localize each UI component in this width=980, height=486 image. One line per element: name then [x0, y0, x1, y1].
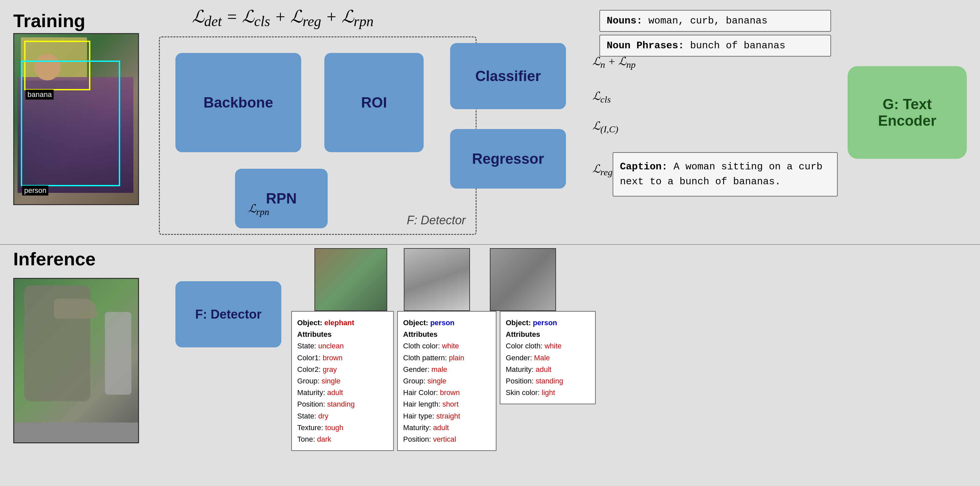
- loss-lrpn: ℒrpn: [248, 202, 269, 218]
- card2-attr-hairtype: Hair type: straight: [403, 410, 490, 422]
- card2-object-row: Object: person: [403, 317, 490, 329]
- card1-object-row: Object: elephant: [297, 317, 388, 329]
- inference-image: [13, 278, 139, 443]
- card2-attr-clothcolor: Cloth color: white: [403, 340, 490, 352]
- card3-attr-maturity: Maturity: adult: [506, 364, 590, 375]
- card3-attr-position: Position: standing: [506, 375, 590, 387]
- loss-lcls: ℒcls: [592, 89, 611, 105]
- formula: ℒdet = ℒcls + ℒreg + ℒrpn: [192, 6, 374, 29]
- card1-attr-texture: Texture: tough: [297, 422, 388, 434]
- nouns-value: woman, curb, bananas: [643, 15, 767, 27]
- loss-lreg: ℒreg: [592, 162, 612, 178]
- main-container: Training banana person: [0, 0, 980, 486]
- card3-attr-colorcloth: Color cloth: white: [506, 340, 590, 352]
- regressor-label: Regressor: [472, 151, 544, 167]
- text-encoder-top-label: G: Text Encoder: [878, 96, 936, 129]
- card2-attr-gender: Gender: male: [403, 364, 490, 375]
- noun-phrases-value: bunch of bananas: [684, 40, 785, 51]
- formula-text: ℒdet = ℒcls + ℒreg + ℒrpn: [192, 7, 374, 26]
- card1-attr-color2: Color2: gray: [297, 364, 388, 375]
- card2-attr-position: Position: vertical: [403, 434, 490, 445]
- card3-attrs-title: Attributes: [506, 329, 590, 340]
- f-detector-box: F: Detector: [175, 281, 281, 347]
- roi-box: ROI: [325, 53, 424, 152]
- thumb-person1: [404, 248, 470, 311]
- card1-attrs-title: Attributes: [297, 329, 388, 340]
- card2-attr-haircolor: Hair Color: brown: [403, 387, 490, 398]
- training-section: Training banana person: [0, 0, 980, 245]
- card2-attr-group: Group: single: [403, 375, 490, 387]
- text-encoder-top: G: Text Encoder: [848, 66, 967, 159]
- card2-attrs-title: Attributes: [403, 329, 490, 340]
- card2-object-label: Object:: [403, 319, 430, 327]
- backbone-label: Backbone: [204, 94, 273, 111]
- card3-attr-skincolor: Skin color: light: [506, 387, 590, 398]
- card1-attr-maturity: Maturity: adult: [297, 387, 388, 398]
- detection-card-elephant: Object: elephant Attributes State: uncle…: [291, 311, 394, 451]
- detection-card-person1: Object: person Attributes Cloth color: w…: [397, 311, 496, 451]
- detector-label: F: Detector: [407, 213, 466, 227]
- card2-attr-clothpattern: Cloth pattern: plain: [403, 352, 490, 364]
- card2-attr-maturity: Maturity: adult: [403, 422, 490, 434]
- nouns-box: Nouns: woman, curb, bananas: [600, 10, 831, 32]
- training-image: banana person: [13, 33, 139, 205]
- nouns-label: Nouns:: [607, 15, 643, 27]
- card3-object-row: Object: person: [506, 317, 590, 329]
- noun-phrases-box: Noun Phrases: bunch of bananas: [600, 35, 831, 57]
- backbone-box: Backbone: [175, 53, 301, 152]
- training-image-bg: banana person: [14, 34, 138, 204]
- inference-section: Inference F: Detector Object: elephant A…: [0, 245, 980, 486]
- card1-attr-group: Group: single: [297, 375, 388, 387]
- card3-object-label: Object:: [506, 319, 533, 327]
- card1-attr-state2: State: dry: [297, 410, 388, 422]
- card3-object-name: person: [533, 319, 557, 327]
- thumb-person2: [490, 248, 556, 311]
- caption-label: Caption:: [620, 161, 668, 172]
- thumb-elephant: [314, 248, 387, 311]
- inference-label: Inference: [13, 248, 95, 270]
- classifier-box: Classifier: [450, 43, 566, 109]
- card1-object-name: elephant: [325, 319, 354, 327]
- training-label: Training: [13, 10, 85, 32]
- card1-attr-state: State: unclean: [297, 340, 388, 352]
- roi-label: ROI: [361, 94, 387, 111]
- card2-object-name: person: [430, 319, 454, 327]
- regressor-box: Regressor: [450, 129, 566, 189]
- label-person: person: [22, 186, 48, 195]
- classifier-label: Classifier: [475, 68, 541, 84]
- card1-attr-color1: Color1: brown: [297, 352, 388, 364]
- card2-attr-hairlength: Hair length: short: [403, 398, 490, 410]
- bbox-person: person: [21, 60, 120, 186]
- caption-box: Caption: A woman sitting on a curb next …: [612, 152, 838, 197]
- rpn-label: RPN: [266, 190, 297, 207]
- card1-attr-position: Position: standing: [297, 398, 388, 410]
- noun-phrases-label: Noun Phrases:: [607, 40, 684, 51]
- loss-ln-lnp: ℒn + ℒnp: [592, 55, 635, 70]
- card1-object-label: Object:: [297, 319, 325, 327]
- detection-card-person2: Object: person Attributes Color cloth: w…: [500, 311, 596, 404]
- loss-lic: ℒ(I,C): [592, 119, 618, 135]
- card1-attr-tone: Tone: dark: [297, 434, 388, 445]
- rpn-box: RPN: [235, 169, 328, 228]
- f-detector-label: F: Detector: [195, 307, 262, 322]
- card3-attr-gender: Gender: Male: [506, 352, 590, 364]
